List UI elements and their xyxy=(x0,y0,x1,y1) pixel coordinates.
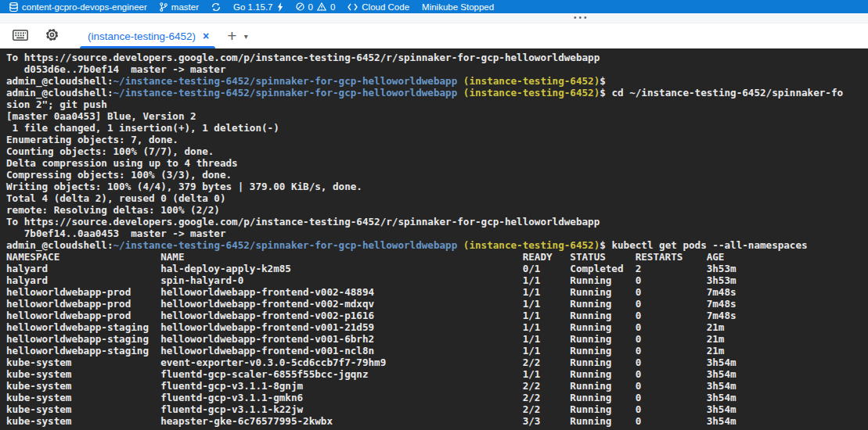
pod-row: helloworldwebapp-staging helloworldwebap… xyxy=(6,321,868,333)
pod-row: helloworldwebapp-prod helloworldwebapp-f… xyxy=(6,310,868,321)
terminal-tab-bar: (instance-testing-6452) × + ▾ xyxy=(0,23,868,48)
terminal-line: Total 4 (delta 2), reused 0 (delta 0) xyxy=(6,192,868,204)
cloud-code-indicator[interactable]: Cloud Code xyxy=(341,0,416,13)
pod-row: kube-system fluentd-gcp-v3.1.1-gmkn6 2/2… xyxy=(6,392,868,403)
pod-row: helloworldwebapp-prod helloworldwebapp-f… xyxy=(6,298,868,310)
status-bar: content-gcpro-devops-engineer master Go … xyxy=(0,0,868,13)
terminal-line: To https://source.developers.google.com/… xyxy=(6,52,868,63)
error-count: 0 xyxy=(308,2,313,12)
terminal-line: Enumerating objects: 7, done. xyxy=(6,134,868,145)
terminal-line: admin_@cloudshell:~/instance-testing-645… xyxy=(6,75,868,87)
pod-row: kube-system heapster-gke-6c76577995-2kwb… xyxy=(6,415,868,427)
terminal-line: 1 file changed, 1 insertion(+), 1 deleti… xyxy=(6,122,868,134)
terminal[interactable]: To https://source.developers.google.com/… xyxy=(0,48,868,430)
terminal-settings-button[interactable] xyxy=(42,27,61,45)
sync-button[interactable] xyxy=(205,0,227,13)
terminal-line: To https://source.developers.google.com/… xyxy=(6,216,868,228)
pod-row: kube-system fluentd-gcp-v3.1.1-8gnjm 2/2… xyxy=(6,380,868,392)
pod-row: kube-system fluentd-gcp-v3.1.1-k22jw 2/2… xyxy=(6,403,868,415)
terminal-line: Delta compression using up to 4 threads xyxy=(6,157,868,169)
database-icon xyxy=(9,2,18,12)
code-brackets-icon xyxy=(348,3,358,11)
tab-options-button[interactable]: ▾ xyxy=(237,27,250,45)
keyboard-button[interactable] xyxy=(11,27,30,45)
minikube-indicator[interactable]: Minikube Stopped xyxy=(416,0,500,13)
go-version-indicator[interactable]: Go 1.15.7 xyxy=(227,0,290,13)
pod-row: helloworldwebapp-prod helloworldwebapp-f… xyxy=(6,286,868,298)
tab-label: (instance-testing-6452) xyxy=(88,30,196,42)
tab-close-icon[interactable]: × xyxy=(203,30,209,42)
project-label: content-gcpro-devops-engineer xyxy=(22,2,147,12)
terminal-line: Compressing objects: 100% (3/3), done. xyxy=(6,169,868,181)
git-branch-indicator[interactable]: master xyxy=(153,0,205,13)
cloud-code-label: Cloud Code xyxy=(362,2,409,12)
terminal-line: [master 0aa0453] Blue, Version 2 xyxy=(6,110,868,122)
chevron-down-icon: ▾ xyxy=(244,32,248,41)
gear-icon xyxy=(45,27,59,45)
terminal-line: Counting objects: 100% (7/7), done. xyxy=(6,145,868,157)
terminal-line: remote: Resolving deltas: 100% (2/2) xyxy=(6,204,868,216)
pod-row: halyard spin-halyard-0 1/1 Running 0 3h5… xyxy=(6,274,868,286)
terminal-line: admin_@cloudshell:~/instance-testing-645… xyxy=(6,239,868,251)
tab-instance-testing-6452[interactable]: (instance-testing-6452) × xyxy=(77,23,218,48)
pod-row: helloworldwebapp-staging helloworldwebap… xyxy=(6,345,868,357)
warning-count: 0 xyxy=(330,2,335,12)
go-version-label: Go 1.15.7 xyxy=(233,2,273,12)
error-icon xyxy=(296,2,304,11)
terminal-line: 7b0ef14..0aa0453 master -> master xyxy=(6,228,868,239)
minikube-status-label: Minikube Stopped xyxy=(422,2,494,12)
problems-indicator[interactable]: 0 0 xyxy=(290,0,342,13)
branch-label: master xyxy=(171,2,199,12)
git-branch-icon xyxy=(160,2,167,12)
plus-icon: + xyxy=(227,28,236,44)
pod-row: halyard hal-deploy-apply-k2m85 0/1 Compl… xyxy=(6,263,868,274)
warning-icon xyxy=(317,2,326,11)
sync-icon xyxy=(211,2,221,12)
terminal-line: d053d6e..7b0ef14 master -> master xyxy=(6,63,868,75)
terminal-line: Writing objects: 100% (4/4), 379 bytes |… xyxy=(6,181,868,192)
pod-row: kube-system fluentd-gcp-scaler-6855f55bc… xyxy=(6,368,868,380)
terminal-line: admin_@cloudshell:~/instance-testing-645… xyxy=(6,87,868,99)
panel-drag-handle[interactable]: ••• xyxy=(574,13,589,23)
keyboard-icon xyxy=(13,30,28,43)
project-indicator[interactable]: content-gcpro-devops-engineer xyxy=(3,0,153,13)
add-tab-button[interactable]: + xyxy=(218,27,237,45)
pods-header-row: NAMESPACE NAME READY STATUS RESTARTS AGE xyxy=(6,251,868,263)
terminal-line: sion 2"; git push xyxy=(6,99,868,110)
bolt-icon xyxy=(277,2,283,12)
pod-row: kube-system event-exporter-v0.3.0-5cd6cc… xyxy=(6,357,868,368)
panel-divider: ••• xyxy=(0,13,868,23)
pod-row: helloworldwebapp-staging helloworldwebap… xyxy=(6,333,868,345)
